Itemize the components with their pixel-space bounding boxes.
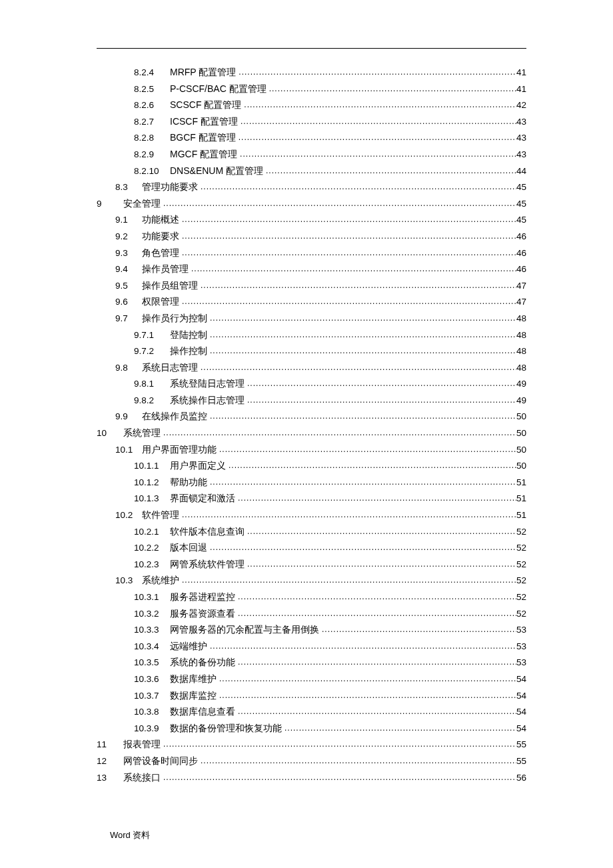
toc-num: 10.2.2 (134, 541, 170, 555)
toc-entry[interactable]: 9.8系统日志管理48 (97, 360, 526, 375)
toc-leader-dots (238, 492, 516, 505)
toc-entry[interactable]: 8.2.8BGCF 配置管理 43 (97, 130, 526, 145)
toc-entry[interactable]: 10.3.2服务器资源查看 52 (97, 606, 526, 621)
toc-title: 系统的备份功能 (170, 655, 238, 669)
toc-leader-dots (210, 476, 516, 489)
toc-entry[interactable]: 9.7操作员行为控制 48 (97, 311, 526, 326)
toc-entry[interactable]: 10.3.7数据库监控54 (97, 688, 526, 703)
toc-entry[interactable]: 10.2.3网管系统软件管理52 (97, 557, 526, 572)
toc-entry[interactable]: 10.3系统维护 52 (97, 573, 526, 588)
toc-entry[interactable]: 9.8.1系统登陆日志管理49 (97, 376, 526, 391)
toc-entry[interactable]: 10.1.3界面锁定和激活 51 (97, 491, 526, 506)
toc-num: 10.3.1 (134, 590, 170, 605)
toc-entry[interactable]: 8.2.5P-CSCF/BAC 配置管理41 (97, 81, 526, 97)
toc-entry[interactable]: 10.3.8数据库信息查看 54 (97, 704, 526, 719)
toc-entry[interactable]: 10.3.5系统的备份功能 53 (97, 655, 526, 670)
toc-entry[interactable]: 10系统管理 50 (97, 425, 526, 441)
toc-title: 软件管理 (142, 507, 182, 522)
toc-entry[interactable]: 10.3.4远端维护 53 (97, 639, 526, 654)
toc-entry[interactable]: 9.5操作员组管理47 (97, 278, 526, 293)
toc-num: 9.4 (115, 262, 142, 277)
toc-num: 9.8.2 (134, 393, 170, 408)
header-rule (97, 48, 526, 49)
toc-leader-dots (163, 197, 516, 210)
toc-page: 52 (516, 590, 526, 605)
toc-page: 46 (516, 246, 526, 261)
toc-entry[interactable]: 9.9在线操作员监控 50 (97, 409, 526, 424)
toc-title: SCSCF 配置管理 (170, 97, 244, 112)
toc-leader-dots (238, 607, 516, 620)
toc-entry[interactable]: 10.1用户界面管理功能50 (97, 442, 526, 457)
toc-page: 48 (516, 344, 526, 359)
toc-page: 45 (516, 197, 526, 211)
toc-title: 角色管理 (142, 245, 182, 260)
toc-page: 43 (516, 147, 526, 162)
toc-entry[interactable]: 8.2.4MRFP 配置管理41 (97, 65, 526, 80)
toc-title: 数据库维护 (170, 671, 219, 686)
toc-entry[interactable]: 10.2软件管理 51 (97, 507, 526, 523)
toc-entry[interactable]: 13系统接口 56 (97, 770, 526, 785)
toc-entry[interactable]: 9.8.2系统操作日志管理49 (97, 393, 526, 408)
toc-entry[interactable]: 8.2.10DNS&ENUM 配置管理 44 (97, 163, 526, 179)
toc-entry[interactable]: 9.7.1登陆控制 48 (97, 327, 526, 343)
toc-num: 9.5 (115, 279, 142, 293)
toc-entry[interactable]: 10.3.9数据的备份管理和恢复功能54 (97, 721, 526, 736)
toc-entry[interactable]: 10.2.1软件版本信息查询52 (97, 524, 526, 539)
toc-num: 13 (97, 771, 123, 785)
footer-word: Word (110, 830, 131, 840)
toc-leader-dots (210, 541, 516, 554)
toc-entry[interactable]: 9.1功能概述45 (97, 212, 526, 227)
toc-title: 操作员行为控制 (142, 311, 210, 325)
toc-entry[interactable]: 8.2.9MGCF 配置管理43 (97, 147, 526, 162)
toc-entry[interactable]: 10.1.1用户界面定义50 (97, 458, 526, 473)
toc-entry[interactable]: 10.2.2版本回退 52 (97, 540, 526, 555)
toc-entry[interactable]: 9.3角色管理46 (97, 245, 526, 261)
toc-num: 10.2.1 (134, 525, 170, 539)
toc-num: 11 (97, 737, 123, 752)
toc-title: 用户界面管理功能 (142, 442, 219, 457)
toc-entry[interactable]: 10.3.3网管服务器的冗余配置与主备用倒换 53 (97, 622, 526, 637)
toc-page: 54 (516, 689, 526, 703)
toc-title: 版本回退 (170, 540, 210, 555)
page-footer: Word 资料 (110, 829, 150, 841)
toc-num: 10.3.6 (134, 672, 170, 687)
toc-title: 登陆控制 (170, 327, 210, 342)
toc-entry[interactable]: 10.3.6数据库维护54 (97, 671, 526, 687)
toc-entry[interactable]: 9安全管理45 (97, 196, 526, 211)
toc-page: 46 (516, 229, 526, 244)
toc-title: 功能要求 (142, 229, 182, 243)
toc-entry[interactable]: 9.6权限管理47 (97, 294, 526, 309)
toc-leader-dots (238, 656, 516, 669)
toc-title: 系统操作日志管理 (170, 393, 247, 407)
toc-title: 系统接口 (123, 770, 163, 785)
toc-entry[interactable]: 10.1.2帮助功能 51 (97, 475, 526, 490)
toc-leader-dots (182, 230, 516, 243)
toc-title: 远端维护 (170, 639, 210, 653)
toc-leader-dots (239, 66, 516, 79)
toc-leader-dots (163, 427, 516, 439)
toc-entry[interactable]: 8.3管理功能要求45 (97, 179, 526, 195)
toc-leader-dots (201, 279, 516, 292)
toc-title: 数据库信息查看 (170, 704, 238, 719)
toc-title: 网管设备时间同步 (123, 753, 201, 768)
toc-entry[interactable]: 9.2功能要求46 (97, 229, 526, 244)
toc-page: 51 (516, 475, 526, 490)
toc-leader-dots (219, 689, 516, 702)
toc-num: 8.2.4 (134, 65, 170, 80)
toc-entry[interactable]: 11报表管理 55 (97, 737, 526, 752)
toc-entry[interactable]: 8.2.6SCSCF 配置管理 42 (97, 97, 526, 113)
toc-title: 系统管理 (123, 425, 163, 440)
toc-leader-dots (244, 99, 516, 111)
toc-num: 10.3.2 (134, 607, 170, 621)
toc-page: 41 (516, 65, 526, 80)
toc-entry[interactable]: 9.4操作员管理 46 (97, 261, 526, 277)
toc-leader-dots (182, 247, 516, 259)
toc-leader-dots (182, 213, 516, 226)
toc-title: MRFP 配置管理 (170, 65, 239, 79)
toc-title: 用户界面定义 (170, 458, 229, 473)
toc-entry[interactable]: 10.3.1服务器进程监控 52 (97, 589, 526, 605)
toc-leader-dots (182, 295, 516, 308)
toc-entry[interactable]: 12网管设备时间同步 55 (97, 753, 526, 769)
toc-entry[interactable]: 9.7.2操作控制 48 (97, 343, 526, 359)
toc-entry[interactable]: 8.2.7ICSCF 配置管理43 (97, 114, 526, 129)
